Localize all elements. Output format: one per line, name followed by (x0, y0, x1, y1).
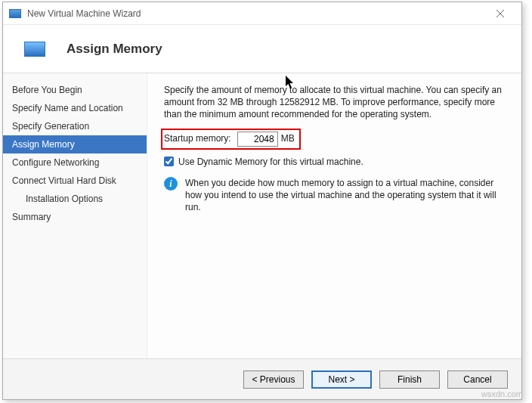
titlebar: New Virtual Machine Wizard (3, 2, 521, 25)
cancel-button[interactable]: Cancel (447, 370, 508, 389)
vm-icon (24, 42, 45, 57)
memory-unit-label: MB (281, 132, 295, 144)
description-text: Specify the amount of memory to allocate… (164, 84, 503, 121)
wizard-body: Before You Begin Specify Name and Locati… (3, 73, 521, 358)
sidebar-item-configure-networking[interactable]: Configure Networking (3, 153, 147, 172)
sidebar-item-specify-generation[interactable]: Specify Generation (3, 117, 147, 135)
next-button[interactable]: Next > (311, 370, 372, 389)
info-text: When you decide how much memory to assig… (185, 177, 503, 214)
close-icon (496, 10, 504, 17)
dynamic-memory-label: Use Dynamic Memory for this virtual mach… (178, 156, 363, 168)
content-pane: Specify the amount of memory to allocate… (147, 73, 521, 358)
info-row: i When you decide how much memory to ass… (164, 177, 503, 214)
watermark: wsxdn.com (481, 389, 523, 398)
sidebar-item-summary[interactable]: Summary (3, 208, 147, 226)
sidebar-item-installation-options[interactable]: Installation Options (3, 190, 147, 208)
sidebar: Before You Begin Specify Name and Locati… (3, 73, 147, 358)
wizard-header: Assign Memory (3, 25, 521, 73)
startup-memory-label: Startup memory: (164, 132, 231, 144)
app-icon (9, 9, 21, 18)
wizard-window: New Virtual Machine Wizard Assign Memory… (2, 2, 522, 400)
dynamic-memory-row: Use Dynamic Memory for this virtual mach… (164, 156, 503, 168)
window-title: New Virtual Machine Wizard (27, 8, 141, 19)
finish-button[interactable]: Finish (379, 370, 440, 389)
startup-memory-row: Startup memory: MB (164, 132, 503, 147)
sidebar-item-before-you-begin[interactable]: Before You Begin (3, 81, 147, 99)
sidebar-item-assign-memory[interactable]: Assign Memory (3, 135, 147, 153)
info-icon: i (164, 177, 178, 191)
previous-button[interactable]: < Previous (243, 370, 304, 389)
button-bar: < Previous Next > Finish Cancel (3, 358, 521, 399)
sidebar-item-specify-name[interactable]: Specify Name and Location (3, 99, 147, 117)
close-button[interactable] (485, 2, 515, 24)
startup-memory-input[interactable] (237, 132, 278, 147)
sidebar-item-connect-vhd[interactable]: Connect Virtual Hard Disk (3, 172, 147, 190)
dynamic-memory-checkbox[interactable] (164, 157, 174, 166)
page-title: Assign Memory (66, 42, 162, 57)
